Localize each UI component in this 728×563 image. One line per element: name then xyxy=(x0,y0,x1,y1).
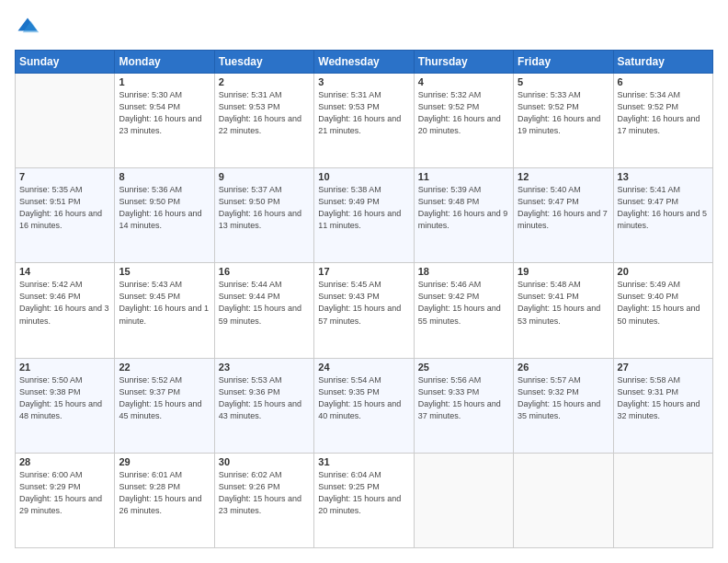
cell-info: Sunrise: 6:02 AMSunset: 9:26 PMDaylight:… xyxy=(219,469,310,517)
day-number: 2 xyxy=(219,76,310,87)
calendar-cell: 29Sunrise: 6:01 AMSunset: 9:28 PMDayligh… xyxy=(115,453,214,547)
calendar-cell xyxy=(514,453,613,547)
cell-info: Sunrise: 5:31 AMSunset: 9:53 PMDaylight:… xyxy=(318,89,409,137)
calendar-cell: 8Sunrise: 5:36 AMSunset: 9:50 PMDaylight… xyxy=(115,168,214,263)
page: SundayMondayTuesdayWednesdayThursdayFrid… xyxy=(0,0,728,563)
calendar-header-saturday: Saturday xyxy=(613,51,712,74)
calendar-cell: 23Sunrise: 5:53 AMSunset: 9:36 PMDayligh… xyxy=(214,358,313,453)
calendar-header-monday: Monday xyxy=(115,51,214,74)
day-number: 22 xyxy=(119,362,210,373)
day-number: 3 xyxy=(318,76,409,87)
cell-info: Sunrise: 5:33 AMSunset: 9:52 PMDaylight:… xyxy=(518,89,609,137)
cell-info: Sunrise: 5:53 AMSunset: 9:36 PMDaylight:… xyxy=(219,374,310,422)
day-number: 25 xyxy=(418,362,509,373)
calendar-header-wednesday: Wednesday xyxy=(314,51,414,74)
calendar-cell: 15Sunrise: 5:43 AMSunset: 9:45 PMDayligh… xyxy=(115,263,214,358)
calendar-cell xyxy=(16,74,115,168)
cell-info: Sunrise: 5:34 AMSunset: 9:52 PMDaylight:… xyxy=(618,89,709,137)
calendar-header-thursday: Thursday xyxy=(414,51,513,74)
calendar-cell: 26Sunrise: 5:57 AMSunset: 9:32 PMDayligh… xyxy=(514,358,613,453)
calendar-cell: 2Sunrise: 5:31 AMSunset: 9:53 PMDaylight… xyxy=(214,74,313,168)
cell-info: Sunrise: 5:45 AMSunset: 9:43 PMDaylight:… xyxy=(318,279,409,327)
calendar-header-tuesday: Tuesday xyxy=(214,51,313,74)
calendar-cell: 7Sunrise: 5:35 AMSunset: 9:51 PMDaylight… xyxy=(16,168,115,263)
calendar-cell: 17Sunrise: 5:45 AMSunset: 9:43 PMDayligh… xyxy=(314,263,414,358)
cell-info: Sunrise: 5:38 AMSunset: 9:49 PMDaylight:… xyxy=(318,184,409,232)
cell-info: Sunrise: 5:54 AMSunset: 9:35 PMDaylight:… xyxy=(318,374,409,422)
calendar-cell: 12Sunrise: 5:40 AMSunset: 9:47 PMDayligh… xyxy=(514,168,613,263)
calendar-cell xyxy=(613,453,712,547)
calendar-cell: 25Sunrise: 5:56 AMSunset: 9:33 PMDayligh… xyxy=(414,358,513,453)
calendar-cell: 21Sunrise: 5:50 AMSunset: 9:38 PMDayligh… xyxy=(16,358,115,453)
cell-info: Sunrise: 5:30 AMSunset: 9:54 PMDaylight:… xyxy=(119,89,210,137)
cell-info: Sunrise: 5:52 AMSunset: 9:37 PMDaylight:… xyxy=(119,374,210,422)
cell-info: Sunrise: 5:32 AMSunset: 9:52 PMDaylight:… xyxy=(418,89,509,137)
calendar-cell: 28Sunrise: 6:00 AMSunset: 9:29 PMDayligh… xyxy=(16,453,115,547)
cell-info: Sunrise: 5:57 AMSunset: 9:32 PMDaylight:… xyxy=(518,374,609,422)
cell-info: Sunrise: 5:49 AMSunset: 9:40 PMDaylight:… xyxy=(618,279,709,327)
day-number: 24 xyxy=(318,362,409,373)
day-number: 21 xyxy=(19,362,110,373)
cell-info: Sunrise: 5:40 AMSunset: 9:47 PMDaylight:… xyxy=(518,184,609,232)
cell-info: Sunrise: 5:37 AMSunset: 9:50 PMDaylight:… xyxy=(219,184,310,232)
calendar-cell: 9Sunrise: 5:37 AMSunset: 9:50 PMDaylight… xyxy=(214,168,313,263)
calendar-cell: 11Sunrise: 5:39 AMSunset: 9:48 PMDayligh… xyxy=(414,168,513,263)
calendar-cell: 19Sunrise: 5:48 AMSunset: 9:41 PMDayligh… xyxy=(514,263,613,358)
calendar-header-friday: Friday xyxy=(514,51,613,74)
day-number: 13 xyxy=(618,171,709,182)
day-number: 6 xyxy=(618,76,709,87)
cell-info: Sunrise: 5:44 AMSunset: 9:44 PMDaylight:… xyxy=(219,279,310,327)
calendar-cell xyxy=(414,453,513,547)
logo-icon xyxy=(15,15,40,40)
day-number: 9 xyxy=(219,171,310,182)
day-number: 4 xyxy=(418,76,509,87)
calendar-cell: 30Sunrise: 6:02 AMSunset: 9:26 PMDayligh… xyxy=(214,453,313,547)
day-number: 18 xyxy=(418,266,509,277)
calendar-cell: 24Sunrise: 5:54 AMSunset: 9:35 PMDayligh… xyxy=(314,358,414,453)
cell-info: Sunrise: 5:36 AMSunset: 9:50 PMDaylight:… xyxy=(119,184,210,232)
calendar-cell: 13Sunrise: 5:41 AMSunset: 9:47 PMDayligh… xyxy=(613,168,712,263)
calendar-cell: 20Sunrise: 5:49 AMSunset: 9:40 PMDayligh… xyxy=(613,263,712,358)
day-number: 8 xyxy=(119,171,210,182)
day-number: 20 xyxy=(618,266,709,277)
calendar-week-1: 1Sunrise: 5:30 AMSunset: 9:54 PMDaylight… xyxy=(16,74,713,168)
calendar-cell: 22Sunrise: 5:52 AMSunset: 9:37 PMDayligh… xyxy=(115,358,214,453)
day-number: 1 xyxy=(119,76,210,87)
cell-info: Sunrise: 5:56 AMSunset: 9:33 PMDaylight:… xyxy=(418,374,509,422)
calendar-cell: 16Sunrise: 5:44 AMSunset: 9:44 PMDayligh… xyxy=(214,263,313,358)
day-number: 19 xyxy=(518,266,609,277)
day-number: 5 xyxy=(518,76,609,87)
calendar-cell: 3Sunrise: 5:31 AMSunset: 9:53 PMDaylight… xyxy=(314,74,414,168)
day-number: 16 xyxy=(219,266,310,277)
day-number: 10 xyxy=(318,171,409,182)
day-number: 26 xyxy=(518,362,609,373)
calendar-week-3: 14Sunrise: 5:42 AMSunset: 9:46 PMDayligh… xyxy=(16,263,713,358)
day-number: 30 xyxy=(219,456,310,467)
calendar-cell: 18Sunrise: 5:46 AMSunset: 9:42 PMDayligh… xyxy=(414,263,513,358)
calendar-cell: 10Sunrise: 5:38 AMSunset: 9:49 PMDayligh… xyxy=(314,168,414,263)
day-number: 15 xyxy=(119,266,210,277)
calendar-week-2: 7Sunrise: 5:35 AMSunset: 9:51 PMDaylight… xyxy=(16,168,713,263)
cell-info: Sunrise: 5:39 AMSunset: 9:48 PMDaylight:… xyxy=(418,184,509,232)
day-number: 31 xyxy=(318,456,409,467)
logo xyxy=(15,15,44,40)
cell-info: Sunrise: 5:31 AMSunset: 9:53 PMDaylight:… xyxy=(219,89,310,137)
cell-info: Sunrise: 5:35 AMSunset: 9:51 PMDaylight:… xyxy=(19,184,110,232)
calendar-week-5: 28Sunrise: 6:00 AMSunset: 9:29 PMDayligh… xyxy=(16,453,713,547)
cell-info: Sunrise: 5:43 AMSunset: 9:45 PMDaylight:… xyxy=(119,279,210,327)
cell-info: Sunrise: 5:42 AMSunset: 9:46 PMDaylight:… xyxy=(19,279,110,327)
header xyxy=(15,15,713,40)
cell-info: Sunrise: 5:50 AMSunset: 9:38 PMDaylight:… xyxy=(19,374,110,422)
day-number: 23 xyxy=(219,362,310,373)
cell-info: Sunrise: 5:58 AMSunset: 9:31 PMDaylight:… xyxy=(618,374,709,422)
calendar-week-4: 21Sunrise: 5:50 AMSunset: 9:38 PMDayligh… xyxy=(16,358,713,453)
day-number: 11 xyxy=(418,171,509,182)
day-number: 17 xyxy=(318,266,409,277)
calendar-cell: 14Sunrise: 5:42 AMSunset: 9:46 PMDayligh… xyxy=(16,263,115,358)
cell-info: Sunrise: 6:04 AMSunset: 9:25 PMDaylight:… xyxy=(318,469,409,517)
day-number: 27 xyxy=(618,362,709,373)
calendar-header-sunday: Sunday xyxy=(16,51,115,74)
calendar-cell: 1Sunrise: 5:30 AMSunset: 9:54 PMDaylight… xyxy=(115,74,214,168)
calendar-cell: 27Sunrise: 5:58 AMSunset: 9:31 PMDayligh… xyxy=(613,358,712,453)
cell-info: Sunrise: 5:46 AMSunset: 9:42 PMDaylight:… xyxy=(418,279,509,327)
